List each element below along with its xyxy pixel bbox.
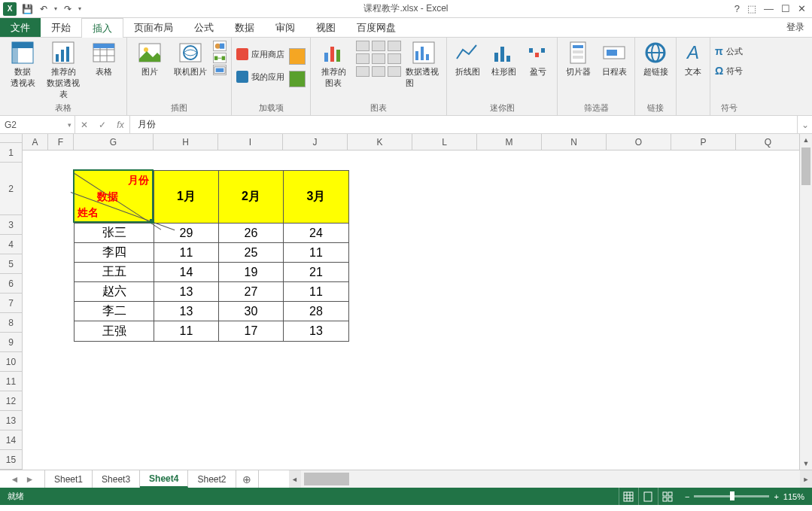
column-header-A[interactable]: A (23, 134, 48, 150)
name-cell[interactable]: 赵六 (75, 282, 154, 302)
help-icon[interactable]: ? (734, 3, 740, 14)
table-corner-cell[interactable]: 月份数据姓名 (75, 171, 154, 224)
pivot-table-button[interactable]: 数据 透视表 (5, 41, 41, 89)
col-header-2月[interactable]: 2月 (219, 171, 284, 224)
name-cell[interactable]: 王五 (75, 263, 154, 282)
data-cell[interactable]: 14 (154, 263, 219, 282)
column-header-K[interactable]: K (348, 134, 412, 150)
data-cell[interactable]: 11 (154, 243, 219, 263)
scroll-left-icon[interactable]: ◄ (289, 470, 301, 488)
fx-icon[interactable]: fx (111, 120, 129, 130)
column-header-I[interactable]: I (218, 134, 283, 150)
tab-baidu[interactable]: 百度网盘 (346, 18, 406, 37)
row-header-1[interactable]: 1 (0, 143, 22, 163)
page-layout-view-icon[interactable] (638, 488, 658, 505)
column-header-P[interactable]: P (671, 134, 736, 150)
combo-chart-icon[interactable] (388, 66, 401, 77)
stock-chart-icon[interactable] (356, 66, 370, 77)
recommended-charts-button[interactable]: 推荐的 图表 (315, 41, 351, 89)
page-break-view-icon[interactable] (658, 488, 677, 505)
column-header-G[interactable]: G (74, 134, 154, 150)
row-header-14[interactable]: 14 (0, 430, 22, 450)
data-cell[interactable]: 17 (219, 321, 284, 341)
name-cell[interactable]: 李四 (75, 243, 154, 263)
name-cell[interactable]: 李二 (75, 302, 154, 321)
data-cell[interactable]: 19 (219, 263, 284, 282)
data-cell[interactable]: 30 (219, 302, 284, 321)
people-graph-icon[interactable] (289, 71, 306, 87)
cancel-icon[interactable]: ✕ (75, 120, 93, 130)
app-store-button[interactable]: 应用商店 (236, 48, 284, 60)
screenshot-icon[interactable] (213, 65, 227, 75)
hyperlink-button[interactable]: 超链接 (640, 41, 671, 78)
column-header-Q[interactable]: Q (736, 134, 801, 150)
column-chart-icon[interactable] (356, 41, 370, 51)
expand-formula-bar-icon[interactable]: ⌄ (797, 116, 812, 133)
sheet-tab-Sheet3[interactable]: Sheet3 (93, 470, 140, 488)
scroll-right-icon[interactable]: ► (800, 470, 812, 488)
data-cell[interactable]: 11 (154, 321, 219, 341)
qat-customize-icon[interactable]: ▾ (78, 5, 81, 12)
radar-chart-icon[interactable] (372, 66, 385, 77)
line-chart-icon[interactable] (372, 41, 385, 51)
column-header-H[interactable]: H (154, 134, 218, 150)
shapes-icon[interactable] (213, 41, 227, 51)
tab-file[interactable]: 文件 (0, 18, 41, 37)
shapes-smartart-screenshot[interactable] (213, 41, 227, 75)
sheet-nav[interactable]: ◄► (0, 470, 45, 488)
column-header-F[interactable]: F (48, 134, 74, 150)
undo-icon[interactable]: ↶ (38, 3, 50, 15)
scatter-chart-icon[interactable] (388, 53, 401, 64)
tab-page-layout[interactable]: 页面布局 (123, 18, 184, 37)
column-header-O[interactable]: O (607, 134, 671, 150)
row-header-13[interactable]: 13 (0, 411, 22, 430)
h-scroll-thumb[interactable] (304, 473, 349, 485)
slicer-button[interactable]: 切片器 (562, 41, 594, 78)
pivot-chart-button[interactable]: 数据透视图 (406, 41, 442, 89)
nav-prev-icon[interactable]: ◄ (11, 474, 20, 485)
ribbon-display-icon[interactable]: ⬚ (747, 3, 756, 14)
data-cell[interactable]: 24 (284, 224, 348, 243)
undo-dropdown-icon[interactable]: ▾ (54, 5, 57, 12)
data-cell[interactable]: 11 (284, 282, 348, 302)
sheet-tab-Sheet1[interactable]: Sheet1 (45, 470, 93, 488)
data-cell[interactable]: 28 (284, 302, 348, 321)
zoom-slider[interactable] (694, 495, 769, 497)
normal-view-icon[interactable] (619, 488, 638, 505)
tab-view[interactable]: 视图 (306, 18, 346, 37)
smartart-icon[interactable] (213, 53, 227, 63)
formula-input[interactable]: 月份 (130, 116, 797, 133)
col-header-1月[interactable]: 1月 (154, 171, 219, 224)
enter-icon[interactable]: ✓ (93, 120, 111, 130)
sheet-tab-Sheet4[interactable]: Sheet4 (140, 470, 188, 488)
row-header-12[interactable]: 12 (0, 391, 22, 411)
close-icon[interactable]: ✕ (798, 3, 806, 14)
sheet-tab-Sheet2[interactable]: Sheet2 (188, 470, 236, 488)
sparkline-line-button[interactable]: 折线图 (452, 41, 483, 78)
equation-button[interactable]: π公式 (715, 45, 743, 57)
sparkline-column-button[interactable]: 柱形图 (488, 41, 519, 78)
v-scroll-thumb[interactable] (801, 148, 810, 185)
area-chart-icon[interactable] (372, 53, 385, 64)
sparkline-winloss-button[interactable]: 盈亏 (524, 41, 552, 78)
zoom-out-icon[interactable]: − (685, 492, 689, 501)
zoom-level[interactable]: 115% (783, 492, 804, 501)
timeline-button[interactable]: 日程表 (598, 41, 630, 78)
table-button[interactable]: 表格 (86, 41, 122, 78)
text-button[interactable]: A文本 (681, 41, 705, 78)
row-header-5[interactable]: 5 (0, 254, 22, 274)
column-header-L[interactable]: L (412, 134, 477, 150)
save-icon[interactable]: 💾 (21, 3, 33, 15)
tab-review[interactable]: 审阅 (265, 18, 306, 37)
row-header-3[interactable]: 3 (0, 215, 22, 235)
column-header-J[interactable]: J (283, 134, 348, 150)
bar-chart-icon[interactable] (356, 53, 370, 64)
data-cell[interactable]: 25 (219, 243, 284, 263)
zoom-thumb[interactable] (730, 491, 734, 500)
maximize-icon[interactable]: ☐ (781, 3, 790, 14)
row-header-10[interactable]: 10 (0, 352, 22, 372)
row-header-9[interactable]: 9 (0, 333, 22, 352)
data-cell[interactable]: 11 (284, 243, 348, 263)
row-header-7[interactable]: 7 (0, 294, 22, 313)
row-header-8[interactable]: 8 (0, 313, 22, 333)
